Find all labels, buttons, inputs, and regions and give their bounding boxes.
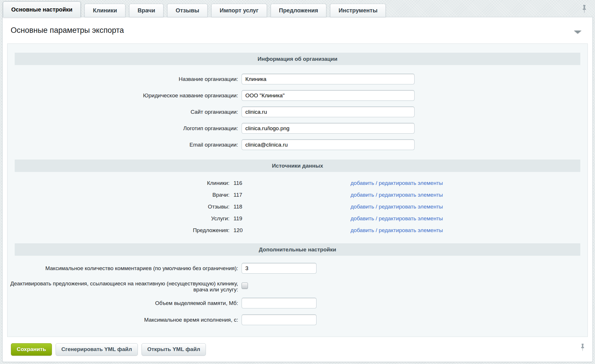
- form-row: Юридическое название организации:: [7, 90, 588, 101]
- org-legal-name-input[interactable]: [242, 90, 415, 101]
- field-label: Максимальное количество комментариев (по…: [7, 265, 238, 271]
- source-row: Предложения: 120 добавить / редактироват…: [7, 227, 588, 234]
- source-value: 116: [234, 180, 242, 186]
- add-edit-elements-link[interactable]: добавить / редактировать элементы: [351, 215, 443, 222]
- form-row: Логотип организации:: [7, 123, 588, 134]
- source-value: 120: [234, 227, 243, 234]
- open-yml-button[interactable]: Открыть YML файл: [142, 343, 206, 356]
- form-row: Максимальное время исполнения, с:: [7, 314, 588, 325]
- field-label: Email организации:: [7, 142, 238, 148]
- save-button[interactable]: Сохранить: [11, 343, 52, 356]
- source-value: 118: [234, 204, 242, 210]
- add-edit-elements-link[interactable]: добавить / редактировать элементы: [351, 227, 443, 234]
- source-row: Отзывы: 118 добавить / редактировать эле…: [7, 204, 588, 210]
- add-edit-elements-link[interactable]: добавить / редактировать элементы: [351, 180, 443, 186]
- org-site-input[interactable]: [242, 107, 415, 117]
- field-label: Юридическое название организации:: [7, 92, 238, 98]
- add-edit-elements-link[interactable]: добавить / редактировать элементы: [351, 192, 443, 198]
- pin-icon[interactable]: [580, 343, 585, 353]
- tab-clinics[interactable]: Клиники: [84, 4, 125, 17]
- section-header-organization: Информация об организации: [15, 53, 580, 65]
- max-execution-time-input[interactable]: [242, 314, 317, 325]
- field-label: Объем выделяемой памяти, Мб:: [7, 300, 238, 306]
- export-settings-form: Информация об организации Название орган…: [7, 43, 588, 337]
- source-value: 119: [234, 215, 242, 222]
- section-header-additional-settings: Дополнительные настройки: [15, 243, 580, 256]
- form-row: Деактивировать предложения, ссылающиеся …: [7, 280, 588, 293]
- section-header-data-sources: Источники данных: [15, 160, 580, 172]
- tab-bar: Основные настройки Клиники Врачи Отзывы …: [0, 0, 595, 17]
- field-label: Название организации:: [7, 76, 238, 82]
- deactivate-offers-checkbox[interactable]: [242, 283, 248, 289]
- source-label: Врачи:: [7, 192, 229, 198]
- tab-tools[interactable]: Инструменты: [330, 4, 386, 17]
- source-label: Клиники:: [7, 180, 229, 186]
- tab-import-services[interactable]: Импорт услуг: [211, 4, 267, 17]
- field-label: Логотип организации:: [7, 125, 238, 131]
- max-comments-input[interactable]: [242, 263, 317, 274]
- generate-yml-button[interactable]: Сгенерировать YML файл: [56, 343, 138, 356]
- form-row: Сайт организации:: [7, 107, 588, 117]
- form-row: Email организации:: [7, 139, 588, 150]
- footer-toolbar: Сохранить Сгенерировать YML файл Открыть…: [3, 337, 592, 362]
- org-name-input[interactable]: [242, 74, 415, 84]
- tab-reviews[interactable]: Отзывы: [167, 4, 208, 17]
- form-row: Название организации:: [7, 74, 588, 84]
- source-row: Врачи: 117 добавить / редактировать элем…: [7, 192, 588, 198]
- source-label: Услуги:: [7, 215, 229, 222]
- source-label: Предложения:: [7, 227, 229, 234]
- page-title: Основные параметры экспорта: [11, 26, 124, 35]
- source-label: Отзывы:: [7, 204, 229, 210]
- source-row: Услуги: 119 добавить / редактировать эле…: [7, 215, 588, 222]
- add-edit-elements-link[interactable]: добавить / редактировать элементы: [351, 204, 443, 210]
- form-row: Объем выделяемой памяти, Мб:: [7, 298, 588, 308]
- tab-offers[interactable]: Предложения: [271, 4, 327, 17]
- org-logo-input[interactable]: [242, 123, 415, 134]
- tab-doctors[interactable]: Врачи: [129, 4, 163, 17]
- form-row: Максимальное количество комментариев (по…: [7, 263, 588, 274]
- source-value: 117: [234, 192, 242, 198]
- memory-limit-input[interactable]: [242, 298, 317, 308]
- collapse-arrow-icon[interactable]: [574, 31, 581, 34]
- field-label: Максимальное время исполнения, с:: [7, 317, 238, 323]
- field-label: Деактивировать предложения, ссылающиеся …: [7, 280, 238, 293]
- tab-main-settings[interactable]: Основные настройки: [3, 1, 81, 17]
- source-row: Клиники: 116 добавить / редактировать эл…: [7, 180, 588, 186]
- org-email-input[interactable]: [242, 139, 415, 150]
- settings-panel: Основные параметры экспорта Информация о…: [2, 17, 593, 362]
- field-label: Сайт организации:: [7, 109, 238, 115]
